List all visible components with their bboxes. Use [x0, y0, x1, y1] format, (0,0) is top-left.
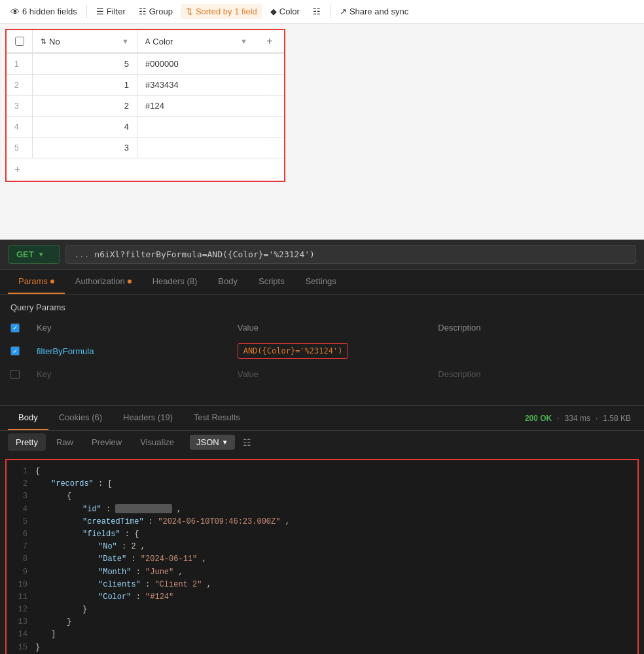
method-select[interactable]: GET ▼ [8, 245, 60, 264]
group-icon: ☷ [139, 7, 147, 16]
header-check-box[interactable]: ✓ [10, 323, 20, 333]
tab-scripts[interactable]: Scripts [248, 270, 295, 294]
query-key-header: Key [37, 323, 232, 333]
sort-asc-icon: ⇅ [41, 37, 46, 46]
response-status: 200 OK · 334 ms · 1.58 KB [525, 414, 636, 423]
query-value-header: Value [238, 323, 433, 333]
group-button[interactable]: ☷ Group [134, 4, 178, 19]
filter-icon: ☰ [96, 7, 104, 16]
col-no-header[interactable]: ⇅ No ▼ [33, 30, 137, 52]
query-row-1-check[interactable]: ✓ [10, 346, 31, 355]
http-toolbar: GET ▼ ... n6iXl?filterByFormula=AND({Col… [0, 240, 644, 270]
sort-icon: ⇅ [186, 7, 193, 16]
filter-value-badge[interactable]: AND({Color}='%23124') [238, 343, 349, 359]
sheet-row-5: 5 3 [7, 137, 284, 158]
tab-params[interactable]: Params [8, 270, 65, 294]
add-column-button[interactable]: + [255, 30, 284, 52]
url-prefix: ... [74, 249, 89, 259]
json-clients-value: "Client 2" [154, 580, 202, 589]
col-no-dropdown-icon[interactable]: ▼ [122, 37, 129, 45]
bottom-tab-headers-label: Headers (19) [123, 412, 173, 422]
tab-body[interactable]: Body [207, 270, 248, 294]
query-empty-key-input[interactable]: Key [37, 369, 232, 379]
col-color-header[interactable]: A Color ▼ [137, 30, 255, 52]
json-line-4: 4 "id" : , [7, 503, 637, 516]
sheet-row-4: 4 4 [7, 116, 284, 137]
bottom-tab-headers[interactable]: Headers (19) [113, 406, 183, 430]
status-code: 200 OK [525, 414, 552, 423]
format-tab-visualize[interactable]: Visualize [132, 433, 182, 451]
select-all-checkbox[interactable] [7, 30, 33, 52]
line-num-1: 1 [12, 465, 27, 478]
json-id-value [115, 504, 171, 513]
bottom-tab-test-label: Test Results [194, 412, 240, 422]
sort-label: Sorted by 1 field [196, 7, 257, 16]
col-color-dropdown-icon[interactable]: ▼ [240, 37, 247, 45]
json-color-value: "#124" [145, 592, 173, 602]
row-4-color [137, 117, 255, 137]
method-dropdown-icon: ▼ [38, 251, 45, 258]
bottom-tab-body-label: Body [18, 412, 38, 422]
add-row-button[interactable]: + [7, 158, 284, 181]
tab-params-label: Params [18, 276, 48, 286]
query-empty-desc: Description [438, 369, 634, 379]
json-line-7: 7 "No" : 2 , [7, 541, 637, 553]
format-tab-raw[interactable]: Raw [48, 433, 81, 451]
density-icon: ☷ [313, 7, 321, 16]
add-row-icon: + [14, 164, 20, 175]
format-dropdown[interactable]: JSON ▼ [190, 435, 235, 450]
tab-headers[interactable]: Headers (8) [142, 270, 208, 294]
json-key-clients: "clients" [98, 580, 141, 589]
format-tab-preview[interactable]: Preview [84, 433, 130, 451]
json-line-9: 9 "Month" : "June" , [7, 566, 637, 579]
bottom-tab-cookies-label: Cookies (6) [59, 412, 102, 422]
row-1-color: #000000 [137, 54, 255, 74]
tab-settings[interactable]: Settings [295, 270, 347, 294]
bottom-tab-cookies[interactable]: Cookies (6) [48, 406, 113, 430]
line-num-7: 7 [12, 541, 27, 553]
color-button[interactable]: ◆ Color [265, 4, 305, 19]
json-line-5: 5 "createdTime" : "2024-06-10T09:46:23.0… [7, 516, 637, 528]
json-date-value: "2024-06-11" [141, 554, 197, 564]
text-type-icon: A [145, 37, 150, 45]
bottom-tab-test-results[interactable]: Test Results [183, 406, 251, 430]
line-num-11: 11 [12, 591, 27, 604]
bottom-tab-body[interactable]: Body [8, 406, 48, 430]
format-tab-pretty[interactable]: Pretty [8, 433, 46, 451]
header-checkbox[interactable] [15, 37, 24, 46]
spreadsheet: ⇅ No ▼ A Color ▼ + 1 5 #000000 [5, 29, 285, 182]
json-key-records: "records" [51, 479, 94, 488]
query-empty-check [10, 370, 31, 379]
row-num-1: 1 [7, 54, 33, 74]
sheet-row-1: 1 5 #000000 [7, 53, 284, 74]
row-2-no: 1 [33, 75, 137, 95]
line-num-15: 15 [12, 642, 27, 654]
sort-button[interactable]: ⇅ Sorted by 1 field [181, 4, 262, 19]
format-filter-icon[interactable]: ☷ [243, 437, 251, 448]
density-button[interactable]: ☷ [308, 4, 326, 19]
row-1-no: 5 [33, 54, 137, 74]
hidden-fields-button[interactable]: 👁 6 hidden fields [5, 4, 82, 20]
auth-dot [128, 280, 132, 283]
share-button[interactable]: ↗ Share and sync [334, 4, 414, 19]
query-empty-value-input[interactable]: Value [238, 369, 433, 379]
filter-button[interactable]: ☰ Filter [91, 4, 131, 19]
empty-checkbox[interactable] [10, 370, 20, 379]
bottom-tabs: Body Cookies (6) Headers (19) Test Resul… [0, 405, 644, 431]
json-no-value: 2 [131, 542, 135, 551]
url-bar[interactable]: ... n6iXl?filterByFormula=AND({Color}='%… [65, 245, 636, 264]
json-month-value: "June" [145, 568, 173, 577]
hidden-fields-label: 6 hidden fields [22, 7, 77, 16]
json-line-13: 13 } [7, 616, 637, 628]
spreadsheet-container: ⇅ No ▼ A Color ▼ + 1 5 #000000 [0, 24, 644, 240]
row-1-checkbox[interactable]: ✓ [10, 346, 20, 355]
tab-authorization[interactable]: Authorization [65, 270, 142, 294]
json-line-12: 12 } [7, 604, 637, 616]
format-dropdown-label: JSON [196, 437, 219, 447]
status-dot-2: · [596, 414, 598, 423]
tab-authorization-label: Authorization [75, 276, 125, 286]
group-label: Group [149, 7, 173, 16]
json-line-8: 8 "Date" : "2024-06-11" , [7, 553, 637, 566]
status-size: 1.58 KB [603, 414, 631, 423]
json-created-time-value: "2024-06-10T09:46:23.000Z" [158, 517, 280, 526]
